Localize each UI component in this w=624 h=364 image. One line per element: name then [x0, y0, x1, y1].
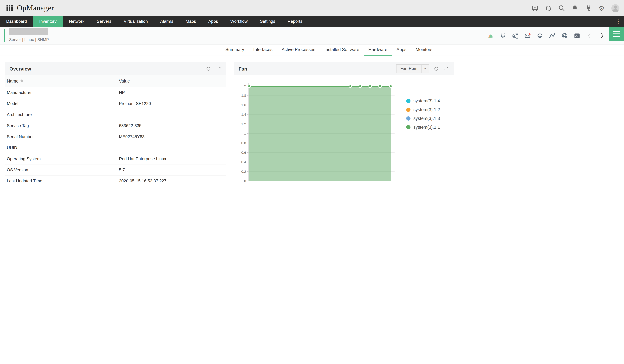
- svg-text:1.2: 1.2: [241, 122, 246, 126]
- nav-item[interactable]: Alarms: [154, 16, 180, 27]
- expand-icon[interactable]: [216, 66, 221, 71]
- opmanager-page: OpManager ⚙ DashboardInventoryNetwor: [0, 0, 624, 182]
- table-row: Serial Number ME92745Y83: [5, 131, 226, 142]
- fan-legend: system(3).1.4 system(3).1.2 system(3).1.…: [406, 99, 440, 133]
- fan-metric-dropdown[interactable]: Fan-Rpm ▼: [396, 64, 429, 73]
- performance-graph-icon[interactable]: [549, 32, 556, 39]
- nav-item[interactable]: Apps: [202, 16, 224, 27]
- svg-text:0: 0: [244, 179, 246, 182]
- svg-text:1.8: 1.8: [241, 94, 246, 97]
- panel-title: Overview: [9, 66, 31, 71]
- settings-gear-icon[interactable]: ⚙: [598, 4, 605, 12]
- area-chart-icon[interactable]: [487, 32, 494, 39]
- device-tabs: SummaryInterfacesActive ProcessesInstall…: [0, 45, 624, 56]
- legend-item[interactable]: system(3).1.1: [406, 125, 440, 130]
- table-row: OS Version 5.7: [5, 164, 226, 176]
- nav-item[interactable]: Dashboard: [0, 16, 33, 27]
- tab[interactable]: Hardware: [364, 45, 392, 55]
- device-status-bar: [4, 29, 5, 42]
- nav-item[interactable]: Inventory: [33, 16, 63, 27]
- nav-item[interactable]: Virtualization: [117, 16, 154, 27]
- mail-unread-icon[interactable]: [524, 32, 531, 39]
- user-avatar[interactable]: [611, 4, 620, 12]
- row-value: 2020-05-15 16:52:37.227: [119, 179, 166, 182]
- svg-text:1.6: 1.6: [241, 103, 246, 107]
- left-column: Overview Name Value Manufacturer: [5, 62, 226, 182]
- right-column: Fan Fan-Rpm ▼ 21.81.61.41.210.80.60.40.2…: [234, 62, 454, 182]
- col-name: Name: [7, 78, 19, 83]
- chevron-left-icon[interactable]: [586, 32, 593, 39]
- device-name-placeholder: [9, 28, 48, 35]
- fan-area-chart: 21.81.61.41.210.80.60.40.2016:5216:5316:…: [234, 78, 400, 182]
- refresh-icon[interactable]: [206, 66, 211, 71]
- terminal-icon[interactable]: [574, 32, 580, 39]
- row-value: ME92745Y83: [119, 134, 145, 139]
- search-icon[interactable]: [558, 4, 565, 12]
- row-value: 5.7: [119, 167, 125, 172]
- device-header: Server | Linux | SNMP: [0, 27, 624, 45]
- legend-item[interactable]: system(3).1.3: [406, 116, 440, 121]
- svg-text:0.4: 0.4: [241, 160, 246, 164]
- table-row: UUID: [5, 142, 226, 154]
- legend-dot: [406, 125, 411, 129]
- tab[interactable]: Active Processes: [277, 45, 320, 55]
- overview-table-body: Manufacturer HP Model ProLiant SE12: [5, 87, 226, 182]
- table-row: Manufacturer HP: [5, 87, 226, 98]
- nav-item[interactable]: Reports: [282, 16, 309, 27]
- support-headset-icon[interactable]: [545, 4, 552, 12]
- refresh-icon[interactable]: [434, 66, 439, 71]
- row-value: 683622-335: [119, 123, 142, 128]
- fan-chart: 21.81.61.41.210.80.60.40.2016:5216:5316:…: [234, 78, 454, 182]
- svg-text:0.2: 0.2: [241, 170, 246, 173]
- overview-table-header: Name Value: [5, 75, 226, 87]
- sort-icon[interactable]: [21, 79, 23, 82]
- table-row: Model ProLiant SE1220: [5, 98, 226, 109]
- nav-item[interactable]: Network: [63, 16, 91, 27]
- tab[interactable]: Interfaces: [249, 45, 277, 55]
- nav-item[interactable]: Servers: [91, 16, 118, 27]
- svg-text:2: 2: [244, 84, 246, 88]
- row-value: HP: [119, 90, 125, 95]
- menu-hamburger-button[interactable]: [609, 27, 624, 41]
- presentation-icon[interactable]: [531, 4, 539, 12]
- tab[interactable]: Monitors: [411, 45, 437, 55]
- globe-icon[interactable]: [561, 32, 568, 39]
- legend-item[interactable]: system(3).1.4: [406, 99, 440, 103]
- table-row: Last Updated Time 2020-05-15 16:52:37.22…: [5, 176, 226, 182]
- legend-dot: [406, 116, 411, 121]
- legend-item[interactable]: system(3).1.2: [406, 107, 440, 112]
- tab[interactable]: Summary: [221, 45, 249, 55]
- svg-text:0.8: 0.8: [241, 141, 246, 145]
- alarm-bell-icon[interactable]: [499, 32, 506, 39]
- row-value: ProLiant SE1220: [119, 101, 151, 106]
- nav-overflow-icon[interactable]: ⋮: [613, 16, 624, 27]
- chevron-right-icon[interactable]: [598, 32, 605, 39]
- chevron-down-icon: ▼: [421, 65, 429, 73]
- device-toolbar: [487, 27, 605, 45]
- table-row: Operating System Red Hat Enterprise Linu…: [5, 154, 226, 164]
- nav-item[interactable]: Settings: [254, 16, 282, 27]
- svg-text:0.6: 0.6: [241, 151, 246, 154]
- tab[interactable]: Installed Software: [320, 45, 364, 55]
- apps-grid-icon[interactable]: [6, 5, 13, 11]
- tab[interactable]: Apps: [392, 45, 411, 55]
- legend-dot: [406, 107, 411, 112]
- app-logo: OpManager: [17, 4, 54, 12]
- legend-dot: [406, 99, 411, 103]
- integrations-plug-icon[interactable]: [585, 4, 592, 12]
- panel-title: Fan: [238, 66, 247, 71]
- nav-item[interactable]: Maps: [179, 16, 202, 27]
- row-value: Red Hat Enterprise Linux: [119, 156, 166, 161]
- device-meta: Server | Linux | SNMP: [9, 37, 49, 42]
- sync-icon[interactable]: [537, 32, 543, 39]
- table-row: Architechture: [5, 109, 226, 120]
- notifications-bell-icon[interactable]: [571, 4, 578, 12]
- table-row: Service Tag 683622-335: [5, 120, 226, 131]
- workflow-icon[interactable]: [512, 32, 519, 39]
- svg-text:1.4: 1.4: [241, 113, 246, 116]
- main-nav: DashboardInventoryNetworkServersVirtuali…: [0, 16, 624, 27]
- expand-icon[interactable]: [444, 66, 449, 71]
- svg-text:1: 1: [244, 132, 246, 135]
- topbar-actions: ⚙: [531, 4, 620, 12]
- nav-item[interactable]: Workflow: [224, 16, 254, 27]
